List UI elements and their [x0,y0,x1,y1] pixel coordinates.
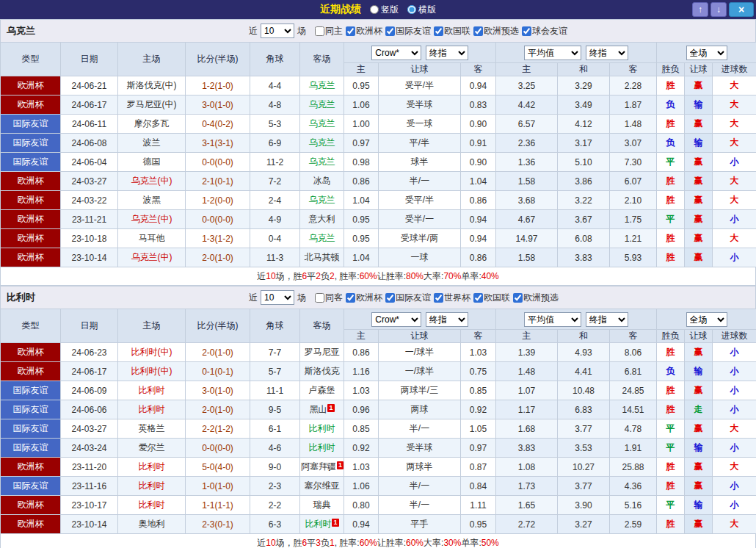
avg-draw-cell: 6.08 [558,229,610,248]
same-venue-checkbox[interactable]: 同主 [315,25,343,37]
final-odds-select[interactable]: 终指 [426,312,468,327]
same-venue-label: 同客 [325,292,343,304]
vertical-radio[interactable] [370,5,379,14]
recent-results-panel: 近期战绩 竖版 横版 ↑ ↓ × 乌克兰 近 10 场 [0,0,756,548]
final-odds-select[interactable]: 终指 [426,46,468,60]
result-cell: 负 [657,362,685,381]
league-checkbox[interactable]: 欧国联 [473,292,510,304]
avg-home-cell: 1.58 [496,172,558,191]
score-cell: 1-2(1-0) [186,76,250,95]
league-checkbox[interactable]: 世界杯 [434,292,470,304]
league-checkbox-input[interactable] [473,26,483,36]
handicap-result-cell: 赢 [685,229,713,248]
subcol-avg-draw: 和 [558,330,610,343]
scroll-up-button[interactable]: ↑ [692,2,708,17]
bookmaker-select[interactable]: Crow* [371,46,421,60]
match-row: 国际友谊24-06-08波兰3-1(3-1)6-9乌克兰0.97平/半0.912… [1,134,756,153]
summary-text: 60% [406,538,424,548]
fullmatch-select[interactable]: 全场 [686,312,727,327]
layout-horizontal-option[interactable]: 横版 [407,4,436,16]
league-checkbox-input[interactable] [434,293,443,303]
avg-draw-cell: 3.29 [558,76,610,95]
league-checkbox-input[interactable] [346,293,355,303]
avg-home-cell: 4.42 [496,95,558,115]
date-cell: 23-11-21 [61,210,118,229]
handicap-result-cell: 赢 [685,76,713,95]
match-count-select[interactable]: 10 [261,290,294,305]
league-filters: 欧洲杯国际友谊欧国联欧洲预选球会友谊 [346,25,567,37]
average-odds-select[interactable]: 平均值 [524,312,581,327]
same-venue-label: 同主 [325,25,343,37]
away-team-cell: 乌克兰 [300,76,344,95]
home-team-name: 德国 [143,156,161,167]
home-team-name: 比利时(中) [131,347,172,357]
summary-text: 30% [443,538,461,548]
corner-cell: 5-7 [250,362,300,381]
league-checkbox-input[interactable] [434,26,443,36]
match-row: 国际友谊24-03-24爱尔兰0-0(0-0)4-6比利时0.92受半球0.97… [1,439,756,458]
match-row: 欧洲杯23-11-21乌克兰(中)0-0(0-0)4-9意大利0.95受半/一0… [1,210,756,229]
avg-home-cell: 1.08 [496,458,558,477]
away-team-cell: 瑞典 [300,496,344,515]
league-checkbox[interactable]: 欧洲杯 [346,25,382,37]
league-checkbox[interactable]: 欧国联 [434,25,470,37]
avg-draw-cell: 3.90 [558,496,610,515]
type-cell: 欧洲杯 [1,172,61,191]
league-checkbox[interactable]: 欧洲预选 [513,292,559,304]
league-checkbox-input[interactable] [385,293,395,303]
league-label: 欧洲预选 [484,25,519,37]
horizontal-radio[interactable] [407,5,416,14]
match-row: 国际友谊24-03-27英格兰2-2(1-2)6-1比利时0.85半/一1.05… [1,419,756,439]
odds-group-header: Crow* 终指 [344,309,496,330]
result-cell: 胜 [657,381,685,400]
close-button[interactable]: × [729,2,754,17]
league-checkbox-input[interactable] [346,26,355,36]
same-venue-input[interactable] [315,293,324,303]
away-team-cell: 比利时1 [300,515,344,534]
league-checkbox[interactable]: 国际友谊 [385,25,431,37]
home-odds-cell: 0.97 [344,134,379,153]
home-team-name: 斯洛伐克(中) [127,80,177,90]
panel-title: 近期战绩 [320,3,361,16]
same-venue-input[interactable] [315,26,324,36]
date-cell: 23-10-17 [61,496,118,515]
same-venue-checkbox[interactable]: 同客 [315,292,343,304]
result-cell: 胜 [657,76,685,95]
home-team-name: 波黑 [143,195,161,205]
corner-cell: 9-0 [250,458,300,477]
league-checkbox[interactable]: 国际友谊 [385,292,431,304]
handicap-result-cell: 赢 [685,419,713,439]
handicap-cell: 平手 [379,515,461,534]
fullmatch-select[interactable]: 全场 [686,46,727,60]
summary-text: 3 [316,538,321,548]
results-table: 类型 日期 主场 比分(半场) 角球 客场 Crow* 终指 平均值 终指 [0,42,756,267]
final-odds-select-2[interactable]: 终指 [586,46,628,60]
home-team-name: 爱尔兰 [139,442,165,453]
layout-vertical-option[interactable]: 竖版 [370,4,399,16]
red-card-badge: 1 [337,461,344,469]
final-odds-select-2[interactable]: 终指 [586,312,628,327]
match-count-select[interactable]: 10 [261,24,294,38]
league-checkbox[interactable]: 欧洲杯 [346,292,382,304]
handicap-result-cell: 输 [685,95,713,115]
league-checkbox-input[interactable] [513,293,523,303]
date-cell: 24-06-09 [61,381,118,400]
handicap-cell: 受半球 [379,439,461,458]
summary-text: 近 [257,270,266,283]
score-cell: 2-0(1-0) [186,343,250,362]
score-cell: 2-2(1-2) [186,419,250,439]
bookmaker-select[interactable]: Crow* [371,312,421,327]
average-odds-select[interactable]: 平均值 [524,46,581,60]
league-checkbox-input[interactable] [522,26,531,36]
away-odds-cell: 0.94 [461,210,496,229]
home-team-cell: 英格兰 [118,419,186,439]
avg-away-cell: 5.93 [610,248,657,267]
league-checkbox[interactable]: 球会友谊 [522,25,567,37]
col-away: 客场 [300,43,344,76]
league-checkbox[interactable]: 欧洲预选 [473,25,519,37]
scroll-down-button[interactable]: ↓ [710,2,727,17]
avg-draw-cell: 10.48 [558,381,610,400]
league-checkbox-input[interactable] [473,293,483,303]
away-team-name: 斯洛伐克 [305,366,340,376]
league-checkbox-input[interactable] [385,26,395,36]
